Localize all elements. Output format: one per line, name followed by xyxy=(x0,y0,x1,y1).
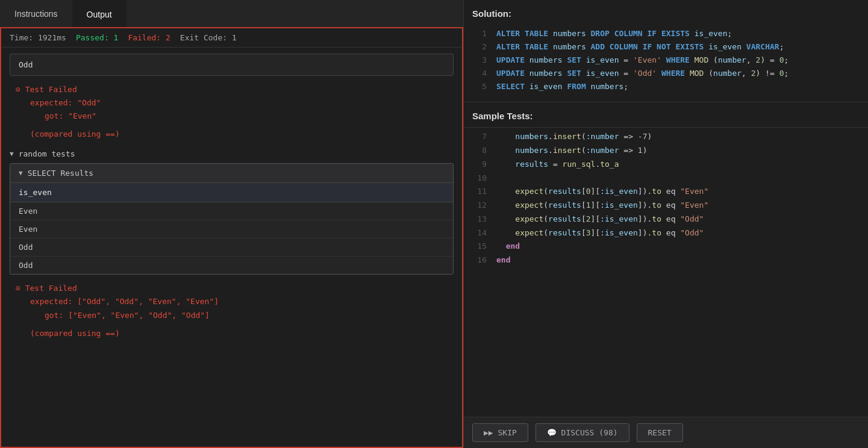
output-area: Time: 1921ms Passed: 1 Failed: 2 Exit Co… xyxy=(0,27,463,448)
tab-bar: Instructions Output xyxy=(0,0,463,27)
sample-tests-section: Sample Tests: 7 numbers.insert(:number =… xyxy=(464,102,868,417)
right-panel: Solution: 1 ALTER TABLE numbers DROP COL… xyxy=(464,0,868,448)
test-failed-got-2: got: ["Even", "Even", "Odd", "Odd"] xyxy=(45,309,454,322)
first-test-failed: ⊙ Test Failed expected: "Odd" got: "Even… xyxy=(16,83,454,141)
test-failed-expected-1: expected: "Odd" xyxy=(30,96,454,110)
solution-line-3: 3 UPDATE numbers SET is_even = 'Even' WH… xyxy=(464,54,868,67)
solution-section: Solution: 1 ALTER TABLE numbers DROP COL… xyxy=(464,0,868,102)
failed-label: Failed: 2 xyxy=(128,33,170,42)
test-failed-title-1: ⊙ Test Failed xyxy=(16,83,454,96)
test-failed-got-1: got: "Even" xyxy=(45,110,454,123)
table-row: Odd xyxy=(10,257,453,274)
solution-line-5: 5 SELECT is_even FROM numbers; xyxy=(464,80,868,93)
sample-line-10: 10 xyxy=(464,172,868,185)
sample-code-block: 7 numbers.insert(:number => -7) 8 number… xyxy=(464,128,868,417)
solution-title: Solution: xyxy=(464,8,868,25)
bottom-bar: ▶▶ SKIP 💬 DISCUSS (98) RESET xyxy=(464,417,868,448)
discuss-button[interactable]: 💬 DISCUSS (98) xyxy=(535,423,629,442)
tab-output[interactable]: Output xyxy=(72,0,126,27)
select-results-label: SELECT Results xyxy=(28,169,94,178)
test-failed-title-2: ⊙ Test Failed xyxy=(16,282,454,295)
sample-line-9: 9 results = run_sql.to_a xyxy=(464,158,868,172)
sample-line-13: 13 expect(results[2][:is_even]).to eq "O… xyxy=(464,213,868,226)
solution-line-1: 1 ALTER TABLE numbers DROP COLUMN IF EXI… xyxy=(464,27,868,40)
reset-button[interactable]: RESET xyxy=(637,423,683,442)
solution-line-2: 2 ALTER TABLE numbers ADD COLUMN IF NOT … xyxy=(464,40,868,54)
test-failed-comparison-1: (compared using ==) xyxy=(30,128,454,141)
tab-instructions[interactable]: Instructions xyxy=(0,0,72,27)
random-tests-header[interactable]: ▼ random tests xyxy=(10,149,454,158)
table-row: Even xyxy=(10,202,453,220)
first-result-box: Odd xyxy=(10,54,454,76)
table-row: Even xyxy=(10,220,453,238)
select-results-header[interactable]: ▼ SELECT Results xyxy=(10,164,453,183)
skip-button[interactable]: ▶▶ SKIP xyxy=(472,423,528,442)
time-label: Time: 1921ms xyxy=(10,33,66,42)
sample-line-14: 14 expect(results[3][:is_even]).to eq "O… xyxy=(464,226,868,240)
select-results-arrow: ▼ xyxy=(19,169,23,177)
first-result-value: Odd xyxy=(19,60,33,69)
sample-line-11: 11 expect(results[0][:is_even]).to eq "E… xyxy=(464,185,868,199)
left-panel: Instructions Output Time: 1921ms Passed:… xyxy=(0,0,464,448)
test-failed-comparison-2: (compared using ==) xyxy=(30,327,454,340)
random-tests-label: random tests xyxy=(19,149,75,158)
solution-line-4: 4 UPDATE numbers SET is_even = 'Odd' WHE… xyxy=(464,67,868,80)
sample-line-7: 7 numbers.insert(:number => -7) xyxy=(464,130,868,144)
passed-label: Passed: 1 xyxy=(76,33,118,42)
sample-line-15: 15 end xyxy=(464,240,868,254)
exit-code-label: Exit Code: 1 xyxy=(180,33,237,42)
sample-line-12: 12 expect(results[1][:is_even]).to eq "E… xyxy=(464,199,868,213)
table-header: is_even xyxy=(10,183,453,202)
sample-line-8: 8 numbers.insert(:number => 1) xyxy=(464,144,868,158)
test-failed-expected-2: expected: ["Odd", "Odd", "Even", "Even"] xyxy=(30,295,454,308)
sample-line-16: 16 end xyxy=(464,254,868,267)
status-bar: Time: 1921ms Passed: 1 Failed: 2 Exit Co… xyxy=(1,28,462,48)
output-content: Odd ⊙ Test Failed expected: "Odd" got: "… xyxy=(1,48,462,355)
random-tests-arrow: ▼ xyxy=(10,150,14,158)
table-row: Odd xyxy=(10,238,453,257)
solution-code-block: 1 ALTER TABLE numbers DROP COLUMN IF EXI… xyxy=(464,25,868,102)
second-test-failed: ⊙ Test Failed expected: ["Odd", "Odd", "… xyxy=(16,282,454,340)
sample-tests-title: Sample Tests: xyxy=(464,102,868,128)
select-results-box: ▼ SELECT Results is_even Even Even Odd O… xyxy=(10,163,454,275)
